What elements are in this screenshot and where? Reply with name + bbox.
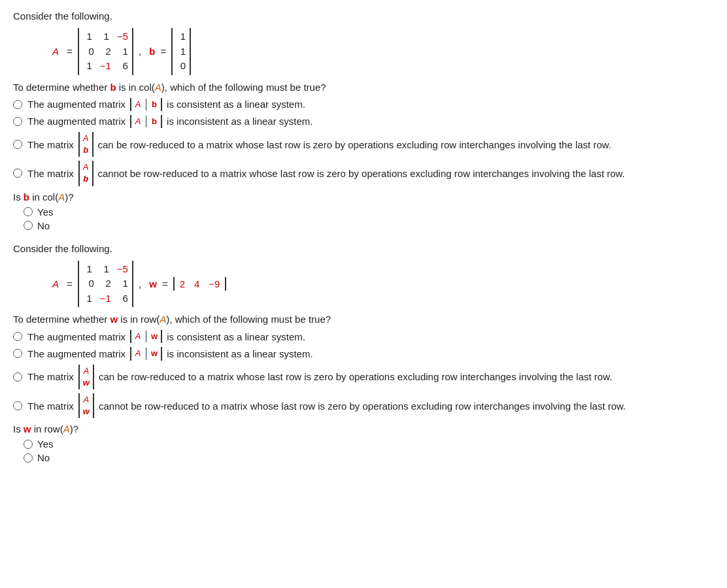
aug-div-2a bbox=[146, 331, 146, 342]
opt1c-pre: The matrix bbox=[27, 139, 74, 150]
option-1c-row: The matrix A b can be row-reduced to a m… bbox=[13, 132, 714, 157]
opt1a-pre: The augmented matrix bbox=[27, 99, 126, 110]
radio-2b[interactable] bbox=[13, 349, 22, 358]
aug-div-1a bbox=[146, 99, 146, 110]
matrix-a2-row-1: 11−5 bbox=[83, 262, 128, 277]
opt2c-post: can be row-reduced to a matrix whose las… bbox=[99, 371, 612, 382]
aug-col-a-1a: A bbox=[135, 99, 141, 110]
radio-yes-2[interactable] bbox=[24, 440, 33, 449]
vec-b-row-2: 1 bbox=[177, 44, 186, 59]
opt2d-post: cannot be row-reduced to a matrix whose … bbox=[99, 400, 626, 412]
opt1d-pre: The matrix bbox=[27, 168, 74, 179]
option-1b-row: The augmented matrix A b is inconsistent… bbox=[13, 115, 714, 128]
aug-matrix-2a: A w bbox=[130, 330, 162, 343]
matrix-a-row-1: 11−5 bbox=[83, 29, 128, 44]
opt1b-post: is inconsistent as a linear system. bbox=[167, 116, 313, 127]
radio-1c[interactable] bbox=[13, 140, 22, 149]
radio-no-1[interactable] bbox=[24, 221, 33, 230]
vec-b-label: b bbox=[149, 46, 155, 57]
opt1a-post: is consistent as a linear system. bbox=[167, 99, 305, 110]
yes-row-1: Yes bbox=[24, 206, 714, 218]
radio-1a[interactable] bbox=[13, 100, 22, 109]
options-1: The augmented matrix A b is consistent a… bbox=[13, 98, 714, 186]
yes-label-1: Yes bbox=[37, 206, 53, 218]
option-2d-text: The matrix A w cannot be row-reduced to … bbox=[27, 393, 626, 418]
stacked-2c: A w bbox=[78, 365, 94, 389]
section-2: Consider the following. A = 11−5 021 1−1… bbox=[13, 243, 714, 464]
matrix-a-label: A bbox=[52, 46, 59, 57]
radio-2c[interactable] bbox=[13, 372, 22, 382]
radio-1b[interactable] bbox=[13, 117, 22, 126]
radio-yes-1[interactable] bbox=[24, 207, 33, 216]
option-2b-text: The augmented matrix A w is inconsistent… bbox=[27, 347, 313, 360]
matrix-a-row-2: 021 bbox=[83, 44, 128, 59]
aug-col-w-2b: w bbox=[151, 348, 158, 359]
vec-b-row-1: 1 bbox=[177, 29, 186, 44]
yes-row-2: Yes bbox=[24, 438, 714, 449]
opt1b-pre: The augmented matrix bbox=[27, 116, 126, 127]
aug-div-1b bbox=[146, 116, 146, 127]
no-row-1: No bbox=[24, 220, 714, 231]
question-2: To determine whether w is in row(A), whi… bbox=[13, 314, 714, 325]
matrix-a-2: 11−5 021 1−16 bbox=[78, 261, 133, 308]
stacked-1c: A b bbox=[78, 132, 93, 157]
yes-no-1: Yes No bbox=[24, 206, 714, 231]
option-2c-row: The matrix A w can be row-reduced to a m… bbox=[13, 365, 714, 389]
matrix-a-label-2: A bbox=[52, 278, 59, 289]
radio-2a[interactable] bbox=[13, 332, 22, 341]
eq-2: = bbox=[67, 278, 73, 289]
yes-label-2: Yes bbox=[37, 438, 53, 449]
aug-col-a-2b: A bbox=[135, 348, 141, 359]
option-2b-row: The augmented matrix A w is inconsistent… bbox=[13, 347, 714, 360]
is-w-question: Is w in row(A)? bbox=[13, 423, 714, 434]
consider-2: Consider the following. bbox=[13, 243, 714, 254]
radio-no-2[interactable] bbox=[24, 453, 33, 463]
opt2a-pre: The augmented matrix bbox=[27, 331, 126, 342]
opt2d-pre: The matrix bbox=[27, 400, 74, 412]
section-1: Consider the following. A = 11−5 021 1−1… bbox=[13, 10, 714, 231]
matrix-a: 11−5 021 1−16 bbox=[78, 28, 133, 75]
yes-no-2: Yes No bbox=[24, 438, 714, 463]
option-2a-text: The augmented matrix A w is consistent a… bbox=[27, 330, 305, 343]
aug-col-w-2a: w bbox=[151, 331, 158, 342]
option-2a-row: The augmented matrix A w is consistent a… bbox=[13, 330, 714, 343]
aug-matrix-2b: A w bbox=[130, 347, 162, 360]
vec-b: 1 1 0 bbox=[171, 28, 191, 75]
aug-div-2b bbox=[146, 348, 146, 359]
no-row-2: No bbox=[24, 452, 714, 463]
is-b-question: Is b in col(A)? bbox=[13, 191, 714, 203]
aug-col-a-1b: A bbox=[135, 116, 141, 127]
aug-col-b-1b: b bbox=[151, 116, 158, 127]
matrix-a2-row-3: 1−16 bbox=[83, 291, 128, 306]
stacked-1d: A b bbox=[78, 161, 93, 186]
options-2: The augmented matrix A w is consistent a… bbox=[13, 330, 714, 418]
option-1a-row: The augmented matrix A b is consistent a… bbox=[13, 98, 714, 111]
matrix-a2-row-2: 021 bbox=[83, 276, 128, 291]
no-label-1: No bbox=[37, 220, 50, 231]
opt1d-post: cannot be row-reduced to a matrix whose … bbox=[98, 168, 625, 179]
aug-col-a-2a: A bbox=[135, 331, 141, 342]
matrix-a-row-3: 1−16 bbox=[83, 59, 128, 74]
option-1a-text: The augmented matrix A b is consistent a… bbox=[27, 98, 305, 111]
option-2d-row: The matrix A w cannot be row-reduced to … bbox=[13, 393, 714, 418]
eq-1: = bbox=[67, 46, 73, 57]
opt1c-post: can be row-reduced to a matrix whose las… bbox=[98, 139, 611, 150]
stacked-2d: A w bbox=[78, 393, 94, 418]
opt2b-post: is inconsistent as a linear system. bbox=[167, 348, 313, 359]
aug-matrix-1a: A b bbox=[130, 98, 162, 111]
option-1c-text: The matrix A b can be row-reduced to a m… bbox=[27, 132, 611, 157]
matrix-display-2: A = 11−5 021 1−16 , w = 2 4 −9 bbox=[52, 261, 714, 308]
option-2c-text: The matrix A w can be row-reduced to a m… bbox=[27, 365, 612, 389]
consider-1: Consider the following. bbox=[13, 10, 714, 22]
vec-w: 2 4 −9 bbox=[173, 277, 227, 291]
vec-b-row-3: 0 bbox=[177, 59, 186, 74]
aug-col-b-1a: b bbox=[151, 99, 158, 110]
opt2c-pre: The matrix bbox=[27, 371, 74, 382]
opt2b-pre: The augmented matrix bbox=[27, 348, 126, 359]
matrix-display-1: A = 11−5 021 1−16 , b = 1 1 0 bbox=[52, 28, 714, 75]
question-1: To determine whether b is in col(A), whi… bbox=[13, 82, 714, 93]
radio-1d[interactable] bbox=[13, 169, 22, 178]
no-label-2: No bbox=[37, 452, 50, 463]
aug-matrix-1b: A b bbox=[130, 115, 162, 128]
radio-2d[interactable] bbox=[13, 401, 22, 410]
